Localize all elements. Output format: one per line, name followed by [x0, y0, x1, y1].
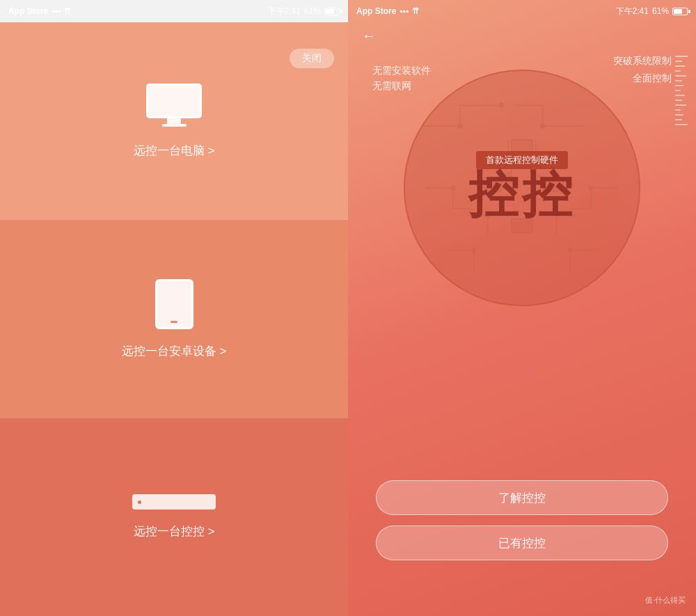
app-store-label: App Store — [8, 6, 48, 16]
right-status-right: 下午2:41 61% — [616, 6, 688, 17]
promo-right: 突破系统限制 全面控制 — [613, 52, 672, 87]
svg-point-16 — [589, 186, 593, 190]
tick-mark — [675, 109, 681, 111]
left-status-bar: App Store ▪▪▪ ⇈ 下午2:41 61% — [0, 0, 348, 22]
right-time: 下午2:41 — [616, 6, 649, 17]
device-bar-icon — [132, 494, 216, 510]
tick-mark — [675, 90, 681, 91]
tablet-icon — [155, 279, 193, 329]
promo-left-line1: 无需安装软件 — [372, 63, 431, 78]
right-signal-icon: ▪▪▪ — [400, 6, 409, 16]
tick-mark — [675, 56, 688, 57]
tick-mark — [675, 119, 682, 120]
tick-mark — [675, 85, 683, 86]
right-status-bar: App Store ▪▪▪ ⇈ 下午2:41 61% — [348, 0, 696, 22]
promo-right-line2: 全面控制 — [613, 70, 672, 87]
watermark: 值·什么得买 — [645, 595, 686, 606]
section-android[interactable]: 远控一台安卓设备 > — [0, 220, 348, 418]
promo-right-line1: 突破系统限制 — [613, 52, 672, 70]
section1-label[interactable]: 远控一台电脑 > — [134, 143, 215, 159]
section3-label[interactable]: 远控一台控控 > — [134, 523, 215, 539]
battery-icon-left — [324, 8, 340, 15]
tick-mark — [675, 100, 682, 101]
left-status-right: 下午2:41 61% — [268, 6, 340, 17]
time-left: 下午2:41 — [268, 6, 301, 17]
section-kongkong[interactable]: 远控一台控控 > — [0, 418, 348, 616]
close-button[interactable]: 关闭 — [290, 49, 334, 68]
battery-pct-left: 61% — [304, 6, 321, 16]
svg-point-12 — [451, 186, 455, 190]
device-bar-dot — [138, 500, 141, 504]
right-panel: App Store ▪▪▪ ⇈ 下午2:41 61% ← 无需安装软件 无需联网… — [348, 0, 696, 616]
svg-point-4 — [499, 103, 503, 107]
svg-point-19 — [472, 248, 476, 252]
bottom-buttons: 了解控控 已有控控 — [348, 480, 696, 560]
tick-mark — [675, 80, 682, 81]
left-panel: App Store ▪▪▪ ⇈ 下午2:41 61% 关闭 远控一台电脑 > — [0, 0, 348, 616]
tick-mark — [675, 75, 686, 77]
monitor-icon — [146, 84, 202, 129]
section-computer[interactable]: 关闭 远控一台电脑 > — [0, 22, 348, 220]
right-battery-pct: 61% — [652, 6, 669, 16]
signal-icon: ▪▪▪ — [52, 6, 61, 16]
promo-left-line2: 无需联网 — [372, 78, 431, 93]
circuit-circle-container: 首款远程控制硬件 控控 — [404, 70, 640, 306]
monitor-base — [162, 124, 187, 127]
svg-point-22 — [568, 248, 572, 252]
brand-name: 控控 — [468, 161, 576, 228]
left-status-left: App Store ▪▪▪ ⇈ — [8, 6, 71, 16]
have-device-button[interactable]: 已有控控 — [376, 526, 668, 560]
left-sections: 关闭 远控一台电脑 > 远控一台安卓设备 > 远控一台控控 > — [0, 0, 348, 616]
tick-mark — [675, 95, 685, 96]
right-wifi-icon: ⇈ — [412, 6, 419, 16]
tick-marks — [675, 56, 688, 125]
tick-mark — [675, 114, 683, 116]
learn-more-button[interactable]: 了解控控 — [376, 480, 668, 515]
back-button[interactable]: ← — [362, 28, 376, 44]
promo-left: 无需安装软件 无需联网 — [372, 63, 431, 94]
section2-label[interactable]: 远控一台安卓设备 > — [122, 343, 227, 359]
tick-mark — [675, 70, 681, 72]
tick-mark — [675, 104, 686, 106]
wifi-icon: ⇈ — [64, 6, 71, 16]
monitor-screen — [146, 84, 202, 118]
svg-point-3 — [458, 124, 462, 128]
tick-mark — [675, 65, 685, 67]
svg-point-8 — [541, 124, 545, 128]
tick-mark — [675, 124, 688, 125]
monitor-stand — [167, 118, 181, 124]
tablet-home-button — [171, 321, 177, 323]
circuit-circle: 首款远程控制硬件 控控 — [404, 70, 640, 306]
battery-icon-right — [672, 8, 688, 15]
right-app-store-label: App Store — [356, 6, 396, 16]
tick-mark — [675, 61, 682, 62]
right-status-left: App Store ▪▪▪ ⇈ — [356, 6, 419, 16]
